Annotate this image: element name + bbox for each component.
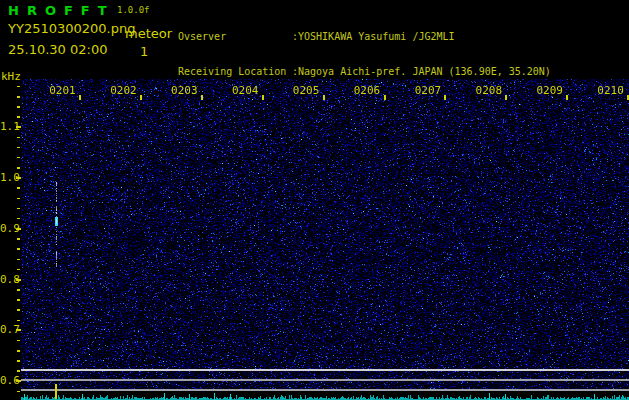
freq-label: 1.0 (0, 171, 15, 184)
freq-minor-tick (17, 167, 21, 169)
freq-major-tick (16, 380, 21, 382)
station-info-label: Receiving Location (178, 66, 292, 78)
freq-minor-tick (17, 157, 21, 159)
time-tick (384, 95, 386, 100)
station-info-row: Ovserver:YOSHIKAWA Yasufumi /JG2MLI (178, 31, 575, 43)
time-label: 0204 (232, 84, 259, 97)
station-info-label: Ovserver (178, 31, 292, 43)
time-tick (505, 95, 507, 100)
freq-major-tick (16, 126, 21, 128)
reference-line (21, 389, 629, 391)
freq-minor-tick (17, 147, 21, 149)
reference-line (21, 369, 629, 371)
freq-minor-tick (17, 350, 21, 352)
time-label: 0203 (171, 84, 198, 97)
time-label: 0206 (354, 84, 381, 97)
freq-minor-tick (17, 269, 21, 271)
time-label: 0205 (293, 84, 320, 97)
freq-label: 0.9 (0, 222, 15, 235)
time-tick (79, 95, 81, 100)
freq-minor-tick (17, 218, 21, 220)
freq-minor-tick (17, 299, 21, 301)
time-label: 0208 (476, 84, 503, 97)
time-label: 0209 (536, 84, 563, 97)
time-label: 0210 (597, 84, 624, 97)
freq-label: 0.7 (0, 323, 15, 336)
freq-minor-tick (17, 370, 21, 372)
observation-datetime: 25.10.30 02:00 (8, 42, 108, 57)
freq-major-tick (16, 329, 21, 331)
freq-minor-tick (17, 289, 21, 291)
app-version: 1.0.0f (117, 5, 150, 15)
time-label: 0207 (415, 84, 442, 97)
time-label: 0201 (49, 84, 76, 97)
freq-minor-tick (17, 360, 21, 362)
freq-minor-tick (17, 208, 21, 210)
channel-count: 1 (140, 44, 148, 59)
freq-minor-tick (17, 248, 21, 250)
freq-major-tick (16, 279, 21, 281)
freq-major-tick (16, 228, 21, 230)
level-spike-marker (55, 384, 57, 399)
time-tick (444, 95, 446, 100)
spectrogram-noise-canvas (21, 79, 629, 390)
freq-minor-tick (17, 116, 21, 118)
station-info-value: :Nagoya Aichi-pref. JAPAN (136.90E, 35.2… (292, 66, 551, 77)
time-tick (262, 95, 264, 100)
freq-minor-tick (17, 238, 21, 240)
freq-minor-tick (17, 340, 21, 342)
freq-major-tick (16, 177, 21, 179)
hrofft-spectrogram-image: HROFFT 1.0.0f YY2510300200.png meteor 25… (0, 0, 629, 400)
signal-level-trace-canvas (21, 390, 629, 400)
reference-line (21, 379, 629, 381)
output-filename: YY2510300200.png (8, 21, 135, 36)
freq-minor-tick (17, 137, 21, 139)
observation-mode: meteor (125, 26, 172, 41)
freq-minor-tick (17, 320, 21, 322)
station-info-value: :YOSHIKAWA Yasufumi /JG2MLI (292, 31, 455, 42)
khz-unit-label: kHz (1, 70, 21, 83)
freq-minor-tick (17, 106, 21, 108)
station-info-row: Receiving Location:Nagoya Aichi-pref. JA… (178, 66, 575, 78)
time-tick (566, 95, 568, 100)
freq-minor-tick (17, 96, 21, 98)
freq-label: 1.1 (0, 120, 15, 133)
freq-label: 0.8 (0, 273, 15, 286)
freq-minor-tick (17, 391, 21, 393)
freq-label: 0.6 (0, 374, 15, 387)
time-tick (323, 95, 325, 100)
app-title: HROFFT (8, 3, 115, 18)
freq-minor-tick (17, 198, 21, 200)
time-label: 0202 (110, 84, 137, 97)
time-tick (201, 95, 203, 100)
freq-minor-tick (17, 86, 21, 88)
freq-minor-tick (17, 309, 21, 311)
freq-minor-tick (17, 187, 21, 189)
freq-minor-tick (17, 259, 21, 261)
time-tick (140, 95, 142, 100)
